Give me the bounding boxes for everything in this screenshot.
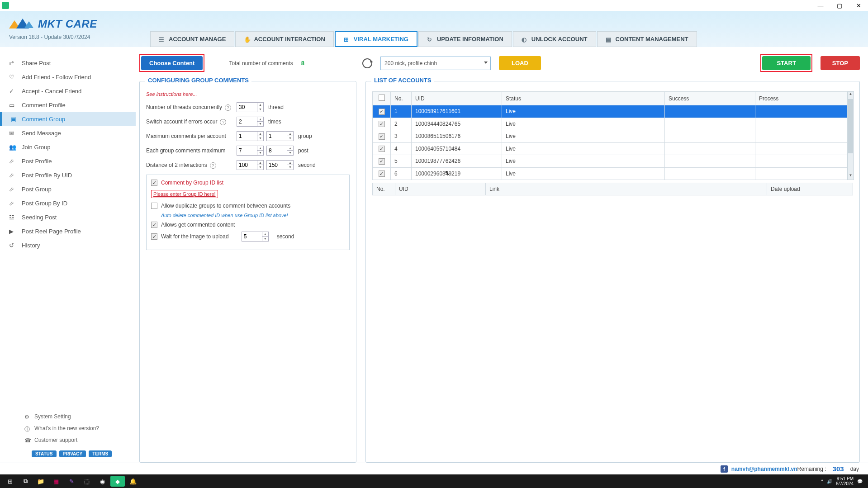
- row-checkbox[interactable]: [379, 121, 385, 127]
- wait-input[interactable]: ▲▼: [242, 232, 269, 242]
- help-icon[interactable]: ?: [225, 104, 231, 111]
- row-checkbox[interactable]: [379, 109, 385, 115]
- dist-label: Distance of 2 interactions?: [146, 162, 237, 169]
- enter-group-id-link[interactable]: Please enter Group ID here!: [151, 190, 218, 198]
- sidebar-customer-support[interactable]: ☎Customer support: [0, 434, 136, 446]
- main-content: Choose Content Total number of comments …: [136, 47, 868, 463]
- maxacct-input-a[interactable]: ▲▼: [237, 131, 264, 141]
- start-button[interactable]: START: [762, 56, 810, 70]
- col-success[interactable]: Success: [665, 92, 755, 105]
- get-content-checkbox[interactable]: [151, 222, 157, 228]
- tab-content-management[interactable]: ▤CONTENT MANAGEMENT: [597, 31, 697, 47]
- table-row[interactable]: 4 100064055710484 Live: [373, 142, 853, 155]
- upload-table: No. UID Link Date upload: [372, 183, 853, 195]
- threads-input[interactable]: ▲▼: [237, 102, 264, 112]
- sidebar-item-join-group[interactable]: 👥Join Group: [0, 140, 136, 154]
- row-checkbox[interactable]: [379, 158, 385, 165]
- chevron-down-icon: [484, 62, 488, 64]
- tab-account-interaction[interactable]: ✋ACCOUNT INTERACTION: [235, 31, 333, 47]
- terms-badge[interactable]: TERMS: [89, 450, 112, 457]
- table-row[interactable]: 1 100058917611601 Live: [373, 105, 853, 118]
- eachgrp-input-b[interactable]: ▲▼: [266, 146, 294, 156]
- allow-duplicate-checkbox[interactable]: [151, 203, 157, 209]
- load-button[interactable]: LOAD: [499, 56, 541, 70]
- row-checkbox[interactable]: [379, 146, 385, 152]
- start-button[interactable]: ⊞: [3, 476, 17, 487]
- sidebar-item-send-message[interactable]: ✉Send Message: [0, 126, 136, 140]
- table-row[interactable]: 5 100019877762426 Live: [373, 155, 853, 168]
- window-minimize-button[interactable]: —: [811, 0, 830, 11]
- tab-label: UPDATE INFORMATION: [437, 36, 503, 43]
- instructions-link[interactable]: See instructions here...: [146, 91, 350, 97]
- cell-success: [665, 155, 755, 168]
- sidebar-item-seeding-post[interactable]: ☳Seeding Post: [0, 210, 136, 224]
- tray-chevron-icon[interactable]: ˄: [821, 479, 823, 484]
- tray-volume-icon[interactable]: 🔊: [827, 479, 832, 484]
- status-badge[interactable]: STATUS: [32, 450, 57, 457]
- refresh-icon[interactable]: [362, 58, 372, 68]
- table-row[interactable]: 6 100002960349219 Live: [373, 167, 853, 180]
- chrome-icon[interactable]: ◉: [95, 476, 109, 487]
- task-view-button[interactable]: ⧉: [18, 476, 33, 487]
- col-process[interactable]: Process: [755, 92, 853, 105]
- sidebar-item-share-post[interactable]: ⇄Share Post: [0, 56, 136, 70]
- choose-content-button[interactable]: Choose Content: [141, 56, 203, 70]
- combo-value: 200 nick, profile chinh: [384, 60, 437, 66]
- dist-input-b[interactable]: ▲▼: [266, 160, 294, 170]
- col-uid[interactable]: UID: [412, 92, 502, 105]
- sidebar-system-setting[interactable]: ⚙System Setting: [0, 411, 136, 422]
- accounts-scrollbar[interactable]: ▲▼: [847, 91, 854, 180]
- tab-account-manage[interactable]: ☰ACCOUNT MANAGE: [150, 31, 234, 47]
- app-icon-1[interactable]: ▦: [49, 476, 63, 487]
- app-icon-4[interactable]: ◆: [110, 476, 125, 487]
- tab-update-information[interactable]: ↻UPDATE INFORMATION: [418, 31, 512, 47]
- tab-viral-marketing[interactable]: ⊞VIRAL MARKETING: [335, 31, 417, 47]
- window-maximize-button[interactable]: ▢: [830, 0, 849, 11]
- sidebar-item-history[interactable]: ↺History: [0, 238, 136, 252]
- select-all-checkbox[interactable]: [379, 95, 385, 101]
- switch-input[interactable]: ▲▼: [237, 117, 264, 127]
- sidebar-item-comment-profile[interactable]: ▭Comment Profile: [0, 98, 136, 112]
- dist-input-a[interactable]: ▲▼: [237, 160, 264, 170]
- tray-clock[interactable]: 9:51 PM 8/7/2024: [836, 476, 854, 486]
- privacy-badge[interactable]: PRIVACY: [59, 450, 86, 457]
- sidebar-item-post-group[interactable]: ⬀Post Group: [0, 182, 136, 196]
- eachgrp-input-a[interactable]: ▲▼: [237, 146, 264, 156]
- sidebar-item-add-friend[interactable]: ♡Add Friend - Follow Friend: [0, 70, 136, 84]
- table-row[interactable]: 2 100034440824765 Live: [373, 118, 853, 130]
- explorer-icon[interactable]: 📁: [33, 476, 48, 487]
- col-no2[interactable]: No.: [373, 183, 395, 195]
- col-uid2[interactable]: UID: [395, 183, 486, 195]
- comment-byid-checkbox[interactable]: [151, 180, 157, 186]
- sidebar-item-post-profile[interactable]: ⬀Post Profile: [0, 154, 136, 168]
- row-checkbox[interactable]: [379, 133, 385, 140]
- app-icon-2[interactable]: ✎: [64, 476, 79, 487]
- sidebar: ⇄Share Post ♡Add Friend - Follow Friend …: [0, 47, 136, 463]
- row-checkbox[interactable]: [379, 171, 385, 177]
- contact-email[interactable]: namvh@phanmemmkt.vn: [731, 466, 797, 472]
- sidebar-item-post-group-id[interactable]: ⬀Post Group By ID: [0, 196, 136, 210]
- sidebar-item-post-profile-uid[interactable]: ⬀Post Profile By UID: [0, 168, 136, 182]
- help-icon[interactable]: ?: [220, 119, 226, 125]
- footer-item-label: System Setting: [34, 413, 71, 420]
- sidebar-item-post-reel[interactable]: ▶Post Reel Page Profile: [0, 224, 136, 238]
- sidebar-item-comment-group[interactable]: ▣Comment Group: [0, 112, 136, 126]
- sidebar-whats-new[interactable]: ⓘWhat's in the new version?: [0, 422, 136, 434]
- table-row[interactable]: 3 100086511506176 Live: [373, 130, 853, 143]
- profile-combo[interactable]: 200 nick, profile chinh: [380, 57, 491, 70]
- window-close-button[interactable]: ✕: [849, 0, 868, 11]
- app-icon-3[interactable]: ⬚: [80, 476, 94, 487]
- tray-notifications-icon[interactable]: 💬: [857, 479, 863, 484]
- maxacct-input-b[interactable]: ▲▼: [266, 131, 294, 141]
- tab-unlock-account[interactable]: ◐UNLOCK ACCOUNT: [513, 31, 596, 47]
- facebook-icon[interactable]: f: [721, 465, 728, 473]
- sidebar-item-accept-cancel[interactable]: ✓Accept - Cancel Friend: [0, 84, 136, 98]
- col-date[interactable]: Date upload: [767, 183, 853, 195]
- col-link[interactable]: Link: [486, 183, 767, 195]
- wait-image-checkbox[interactable]: [151, 233, 157, 240]
- col-status[interactable]: Status: [502, 92, 665, 105]
- stop-button[interactable]: STOP: [821, 56, 860, 70]
- col-no[interactable]: No.: [391, 92, 412, 105]
- app-icon-5[interactable]: 🔔: [126, 476, 140, 487]
- help-icon[interactable]: ?: [210, 162, 216, 169]
